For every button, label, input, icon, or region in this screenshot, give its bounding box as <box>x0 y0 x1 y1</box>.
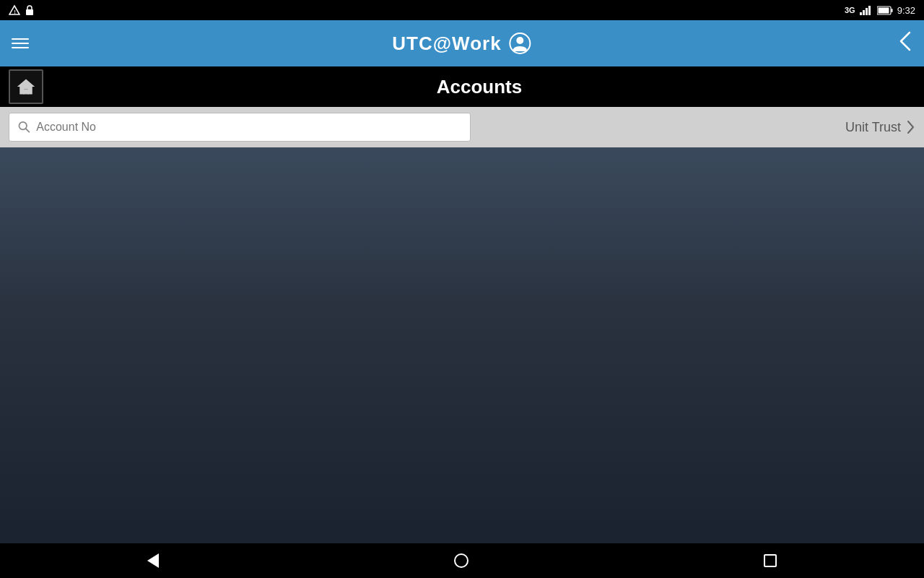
home-icon <box>16 77 36 97</box>
svg-rect-8 <box>891 9 892 12</box>
nav-back-button[interactable] <box>147 553 159 568</box>
svg-rect-5 <box>866 8 868 15</box>
svg-rect-13 <box>24 90 29 95</box>
app-title: UTC@Work <box>392 32 531 55</box>
app-bar: UTC@Work <box>0 20 924 66</box>
nav-recents-button[interactable] <box>764 554 777 567</box>
svg-text:!: ! <box>14 9 16 14</box>
section-title: Accounts <box>43 76 915 98</box>
home-button[interactable] <box>9 69 43 104</box>
network-signal-icon: 3G <box>845 6 855 14</box>
filter-type-selector[interactable]: Unit Trust <box>478 119 915 135</box>
main-content-area <box>0 147 924 543</box>
status-bar-left: ! <box>9 4 35 16</box>
svg-point-11 <box>517 37 524 44</box>
status-bar: ! 3G 9:32 <box>0 0 924 20</box>
lock-icon <box>25 4 35 16</box>
section-header: Accounts <box>0 66 924 107</box>
filter-type-label: Unit Trust <box>845 120 901 135</box>
svg-rect-6 <box>868 6 871 15</box>
svg-rect-9 <box>878 7 889 13</box>
warning-icon: ! <box>9 4 20 16</box>
user-account-icon <box>509 32 532 55</box>
back-button[interactable] <box>898 30 912 58</box>
hamburger-menu-button[interactable] <box>12 38 29 48</box>
svg-rect-2 <box>26 9 33 15</box>
bottom-nav-bar <box>0 543 924 578</box>
nav-home-button[interactable] <box>454 553 468 568</box>
svg-rect-3 <box>860 12 862 15</box>
battery-icon <box>877 6 893 15</box>
signal-bars-icon <box>860 5 873 15</box>
svg-rect-4 <box>863 10 865 15</box>
search-box <box>9 113 471 142</box>
back-triangle-icon <box>147 553 159 568</box>
home-circle-icon <box>454 553 468 568</box>
svg-line-15 <box>26 129 30 132</box>
recents-square-icon <box>764 554 777 567</box>
chevron-right-icon <box>905 119 915 135</box>
status-time: 9:32 <box>897 5 915 16</box>
filter-bar: Unit Trust <box>0 107 924 147</box>
search-icon <box>18 121 30 134</box>
status-bar-right: 3G 9:32 <box>845 5 915 16</box>
account-search-input[interactable] <box>36 121 461 134</box>
